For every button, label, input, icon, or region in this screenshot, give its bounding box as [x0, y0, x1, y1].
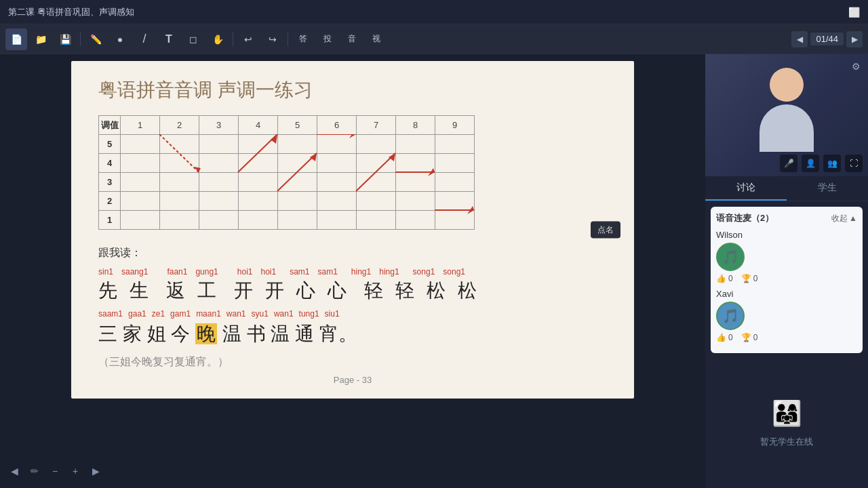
slide-title: 粤语拼音音调 声调一练习: [98, 77, 607, 103]
table-row: 1: [99, 211, 475, 230]
microphone-button[interactable]: 🎤: [780, 155, 797, 172]
col-4: 4: [239, 116, 278, 135]
label-cell: 调值: [99, 116, 121, 135]
translation-text: （三姐今晚复习复通宵。）: [98, 355, 607, 369]
user-avatar-xavi: 🎵: [716, 302, 745, 330]
separator-3: [288, 33, 288, 46]
table-row: 调值 1 2 3 4 5 6 7 8 9: [99, 116, 475, 135]
line-button[interactable]: /: [134, 28, 155, 50]
read-section: 跟我读： sin1 saang1 faan1 gung1 hoi1 hoi1 s…: [98, 246, 607, 369]
row-4: 4: [99, 154, 121, 173]
voice-title: 语音连麦（2）: [716, 212, 774, 224]
right-panel: ⚙ 🎤 👤 👥 ⛶ 讨论 学生 语音连麦（2） 收起 ▲: [705, 54, 868, 488]
next-page-button[interactable]: ▶: [846, 31, 863, 47]
wilson-trophies: 🏆 0: [741, 274, 758, 283]
col-6: 6: [317, 116, 357, 135]
open-button[interactable]: 📁: [30, 28, 52, 50]
col-8: 8: [396, 116, 435, 135]
settings-button[interactable]: ⚙: [848, 58, 864, 75]
pen-button[interactable]: ✏️: [85, 28, 106, 50]
point-button[interactable]: 点名: [591, 222, 620, 239]
prev-page-button[interactable]: ◀: [791, 31, 808, 47]
slide-container: 粤语拼音音调 声调一练习 调值 1 2 3 4 5 6 7: [71, 61, 634, 399]
trophy-icon-xavi: 🏆: [741, 333, 751, 342]
camera-controls: 🎤 👤 👥 ⛶: [705, 155, 868, 172]
main-layout: 粤语拼音音调 声调一练习 调值 1 2 3 4 5 6 7: [0, 54, 868, 488]
next-slide-button[interactable]: ▶: [87, 462, 104, 480]
eraser-button[interactable]: ◻: [182, 28, 204, 50]
fullscreen-button[interactable]: ⛶: [845, 155, 863, 172]
user-card-wilson: Wilson 🎵 👍 0 🏆 0: [716, 230, 857, 283]
table-row: 5: [99, 135, 475, 154]
zoom-out-button[interactable]: −: [46, 462, 64, 480]
row-3: 3: [99, 173, 121, 192]
answer-button[interactable]: 答: [292, 28, 314, 50]
page-number: Page - 33: [98, 375, 607, 385]
undo-button[interactable]: ↩: [237, 28, 259, 50]
no-student-message: 暂无学生在线: [760, 436, 813, 448]
tab-bar: 讨论 学生: [705, 176, 868, 201]
user-card-xavi: Xavi 🎵 👍 0 🏆 0: [716, 289, 857, 342]
voice-panel: 语音连麦（2） 收起 ▲ Wilson 🎵 👍 0: [711, 207, 863, 353]
tab-discussion[interactable]: 讨论: [705, 176, 787, 201]
table-row: 2: [99, 192, 475, 211]
user-avatar-row-xavi: 🎵: [716, 302, 857, 330]
user-stats-xavi: 👍 0 🏆 0: [716, 333, 857, 342]
highlighted-character: 晚: [195, 323, 217, 344]
slide-area: 粤语拼音音调 声调一练习 调值 1 2 3 4 5 6 7: [0, 54, 705, 488]
user-name-wilson: Wilson: [716, 230, 857, 240]
student-illustration: 👨‍👩‍👧: [772, 399, 802, 428]
page-indicator: 01/44: [810, 33, 844, 45]
window-controls-icon: ⬜: [848, 7, 860, 18]
person-head: [770, 68, 804, 102]
text-button[interactable]: T: [158, 28, 180, 50]
tone-chart-wrapper: 调值 1 2 3 4 5 6 7 8 9 5: [98, 115, 475, 230]
wilson-trophy-count: 0: [753, 274, 758, 283]
sentence-pinyin: saam1 gaa1 ze1 gam1 maan1 wan1 syu1 wan1…: [98, 309, 607, 319]
save-button[interactable]: 💾: [54, 28, 76, 50]
sentence-chinese: 三 家 姐 今 晚 温 书 温 通 宵。: [98, 321, 607, 347]
circle-button[interactable]: ●: [109, 28, 131, 50]
user-avatar-wilson: 🎵: [716, 243, 745, 271]
read-prompt: 跟我读：: [98, 246, 607, 260]
file-button[interactable]: 📄: [5, 28, 27, 50]
voice-header: 语音连麦（2） 收起 ▲: [716, 212, 857, 224]
separator-1: [80, 33, 81, 46]
user-name-xavi: Xavi: [716, 289, 857, 299]
trophy-icon: 🏆: [741, 274, 751, 283]
thumb-icon-xavi: 👍: [716, 333, 726, 342]
user-avatar-row-wilson: 🎵: [716, 243, 857, 271]
pinyin-row-1: sin1 saang1 faan1 gung1 hoi1 hoi1 sam1 s…: [98, 267, 607, 277]
student-area: 👨‍👩‍👧 暂无学生在线: [705, 359, 868, 488]
pagination: ◀ 01/44 ▶: [791, 31, 863, 47]
table-row: 4: [99, 154, 475, 173]
voice-collapse-button[interactable]: 收起 ▲: [831, 213, 857, 224]
redo-button[interactable]: ↪: [262, 28, 283, 50]
audio-button[interactable]: 音: [341, 28, 363, 50]
col-5: 5: [278, 116, 317, 135]
camera-button[interactable]: 👤: [802, 155, 819, 172]
xavi-like-count: 0: [728, 333, 733, 342]
titlebar: 第二课 粤语拼音巩固、声调感知 ⬜: [0, 0, 868, 24]
prev-slide-button[interactable]: ◀: [5, 462, 23, 480]
xavi-trophy-count: 0: [753, 333, 758, 342]
row-2: 2: [99, 192, 121, 211]
col-1: 1: [121, 116, 160, 135]
separator-2: [233, 33, 233, 46]
thumb-icon: 👍: [716, 274, 726, 283]
tab-students[interactable]: 学生: [787, 176, 868, 201]
participants-button[interactable]: 👥: [823, 155, 841, 172]
stamp-button[interactable]: ✋: [207, 28, 229, 50]
col-7: 7: [357, 116, 396, 135]
titlebar-title: 第二课 粤语拼音巩固、声调感知: [8, 6, 134, 18]
toolbar: 📄 📁 💾 ✏️ ● / T ◻ ✋ ↩ ↪ 答 投 音 视 ◀ 01/44 ▶: [0, 24, 868, 54]
wilson-likes: 👍 0: [716, 274, 733, 283]
zoom-in-button[interactable]: +: [66, 462, 84, 480]
xavi-likes: 👍 0: [716, 333, 733, 342]
project-button[interactable]: 投: [317, 28, 338, 50]
pencil-tool-button[interactable]: ✏: [26, 462, 43, 480]
teacher-avatar: [746, 68, 827, 163]
col-2: 2: [160, 116, 199, 135]
video-button[interactable]: 视: [366, 28, 387, 50]
user-stats-wilson: 👍 0 🏆 0: [716, 274, 857, 283]
